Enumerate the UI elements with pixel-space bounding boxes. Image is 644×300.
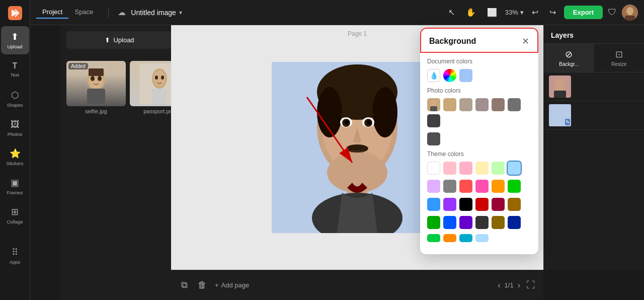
right-panel: Layers ⊘ Backgr... ⊡ Resize ✎	[543, 25, 644, 270]
list-item[interactable]: Added selfie.jpg	[66, 61, 126, 114]
svg-point-21	[372, 87, 397, 137]
frame-icon: ⬜	[487, 8, 497, 17]
undo-icon: ↩	[532, 8, 538, 17]
sidebar-label-photos: Photos	[8, 131, 23, 137]
hot-pink-swatch[interactable]	[459, 162, 472, 175]
frames-icon: ▣	[11, 177, 19, 188]
maroon-swatch[interactable]	[492, 198, 505, 211]
lavender-swatch[interactable]	[427, 180, 440, 193]
resize-panel-button[interactable]: ⊡ Resize	[594, 44, 645, 72]
theme-row-2	[427, 180, 531, 193]
sidebar-label-upload: Upload	[7, 44, 22, 49]
sidebar-nav: ⬆ Upload T Text ⬡ Shapes 🖼 Photos ⭐ Stic…	[0, 26, 30, 230]
fullscreen-button[interactable]: ⛶	[526, 280, 535, 290]
prev-page-button[interactable]: ‹	[498, 281, 500, 290]
bright-green-swatch[interactable]	[427, 234, 440, 242]
indigo-swatch[interactable]	[459, 216, 472, 229]
apps-icon: ⠿	[12, 247, 18, 258]
close-popup-button[interactable]: ✕	[522, 36, 529, 47]
copy-page-button[interactable]: ⧉	[179, 278, 190, 292]
sidebar-item-text[interactable]: T Text	[1, 55, 29, 84]
sidebar-item-stickers[interactable]: ⭐ Stickers	[1, 143, 29, 171]
magenta-swatch[interactable]	[475, 180, 489, 193]
sidebar-item-upload[interactable]: ⬆ Upload	[1, 26, 29, 54]
dark-gray-brown-swatch[interactable]	[492, 98, 505, 111]
red-swatch[interactable]	[459, 180, 472, 193]
add-page-icon: +	[215, 281, 219, 289]
layer-photo[interactable]	[544, 72, 644, 101]
blue-swatch[interactable]	[427, 198, 440, 211]
amber-swatch[interactable]	[443, 234, 456, 242]
dark-red-swatch[interactable]	[475, 198, 489, 211]
theme-row-4	[427, 216, 531, 229]
tab-project[interactable]: Project	[36, 6, 68, 19]
popup-header: Background ✕	[420, 28, 538, 53]
yellow-swatch[interactable]	[475, 162, 489, 175]
export-button[interactable]: Export	[564, 6, 603, 19]
sidebar-item-photos[interactable]: 🖼 Photos	[1, 114, 29, 142]
select-tool-button[interactable]: ↖	[445, 5, 458, 20]
photo-colors-row2	[427, 132, 531, 145]
hand-tool-button[interactable]: ✋	[463, 5, 479, 20]
charcoal-swatch[interactable]	[427, 132, 440, 145]
sidebar-item-apps[interactable]: ⠿ Apps	[1, 242, 29, 270]
gray-swatch[interactable]	[475, 98, 489, 111]
background-panel-button[interactable]: ⊘ Backgr...	[544, 44, 594, 72]
redo-button[interactable]: ↪	[546, 5, 559, 20]
royal-blue-swatch[interactable]	[443, 216, 456, 229]
dark-gray-swatch[interactable]	[427, 114, 440, 127]
zoom-control[interactable]: 33% ▾	[505, 9, 524, 16]
page-navigation: ‹ 1/1 ›	[498, 281, 520, 290]
photo-colors-label: Photo colors	[427, 87, 531, 94]
canvas-content	[272, 62, 443, 233]
avatar[interactable]	[622, 5, 638, 21]
gray-brown-swatch[interactable]	[459, 98, 472, 111]
sidebar-label-apps: Apps	[10, 259, 21, 265]
medium-gray-swatch[interactable]	[508, 98, 521, 111]
eyedropper-swatch[interactable]: 💧	[427, 69, 440, 82]
delete-page-button[interactable]: 🗑	[196, 278, 209, 292]
light-blue-theme-swatch[interactable]	[508, 162, 521, 175]
sidebar-item-collage[interactable]: ⊞ Collage	[1, 201, 29, 230]
light-blue-swatch[interactable]	[459, 69, 472, 82]
sky-blue-swatch[interactable]	[475, 234, 489, 242]
navy-swatch[interactable]	[508, 216, 521, 229]
black-swatch[interactable]	[459, 198, 472, 211]
background-icon: ⊘	[565, 49, 573, 60]
tab-space[interactable]: Space	[68, 6, 99, 19]
dark-brown-swatch[interactable]	[492, 216, 505, 229]
teal-swatch[interactable]	[459, 234, 472, 242]
white-swatch[interactable]	[427, 162, 440, 175]
orange-swatch[interactable]	[492, 180, 505, 193]
redo-icon: ↪	[549, 8, 556, 17]
gray-theme-swatch[interactable]	[443, 180, 456, 193]
sidebar-item-shapes[interactable]: ⬡ Shapes	[1, 85, 29, 113]
next-page-button[interactable]: ›	[518, 281, 520, 290]
svg-point-5	[98, 76, 102, 81]
document-title: Untitled image	[131, 9, 176, 17]
forest-green-swatch[interactable]	[427, 216, 440, 229]
green-swatch[interactable]	[508, 180, 521, 193]
tan-swatch[interactable]	[443, 98, 456, 111]
face-color-swatch[interactable]	[427, 98, 440, 111]
layer-background[interactable]: ✎	[544, 101, 644, 130]
sidebar-label-stickers: Stickers	[7, 161, 24, 166]
sidebar-item-frames[interactable]: ▣ Frames	[1, 172, 29, 200]
frame-tool-button[interactable]: ⬜	[484, 5, 500, 20]
brown-swatch[interactable]	[508, 198, 521, 211]
purple-swatch[interactable]	[443, 198, 456, 211]
add-page-button[interactable]: + Add page	[215, 281, 249, 289]
undo-button[interactable]: ↩	[529, 5, 541, 20]
collage-icon: ⊞	[11, 206, 19, 217]
logo-button[interactable]	[6, 4, 24, 22]
theme-colors-grid	[427, 162, 531, 242]
dark-charcoal-swatch[interactable]	[475, 216, 489, 229]
upload-button[interactable]: ⬆ Upload	[66, 31, 173, 49]
svg-point-27	[367, 120, 371, 124]
svg-point-26	[345, 120, 349, 124]
document-colors-label: Document colors	[427, 58, 531, 65]
color-picker-swatch[interactable]	[443, 69, 456, 82]
pink-swatch[interactable]	[443, 162, 456, 175]
document-title-area[interactable]: Untitled image ▾	[131, 9, 182, 17]
light-green-swatch[interactable]	[492, 162, 505, 175]
